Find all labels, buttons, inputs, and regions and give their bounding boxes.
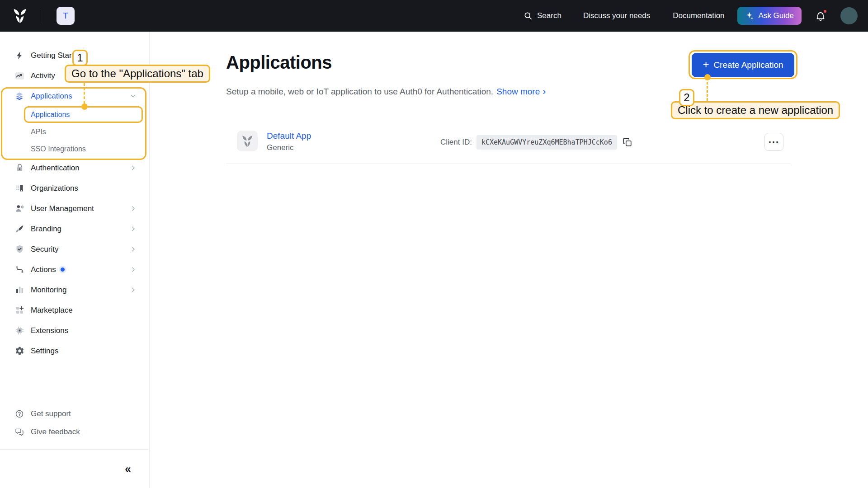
annotation-step2-dot — [704, 74, 711, 80]
sidebar-item-label: Monitoring — [31, 286, 66, 295]
sidebar-item-label: Marketplace — [31, 306, 73, 315]
chevron-right-icon — [130, 246, 137, 253]
tenant-badge[interactable]: T — [57, 7, 75, 25]
topbar: T Search Discuss your needs Documentatio… — [0, 0, 868, 32]
annotation-step1-number: 1 — [72, 50, 88, 66]
annotation-step2-number: 2 — [679, 89, 694, 106]
chevron-right-icon — [130, 225, 137, 232]
sidebar-item-security[interactable]: Security — [0, 239, 149, 259]
chevron-right-icon: › — [542, 87, 546, 97]
annotation-step1-label: Go to the "Applications" tab — [65, 65, 210, 83]
client-id-group: Client ID: kCXeKAuGWVYreuZXq6MEBhaTPHJCc… — [440, 135, 632, 150]
annotation-step1-dot — [81, 103, 88, 110]
sidebar-item-branding[interactable]: Branding — [0, 219, 149, 239]
new-feature-dot — [61, 267, 65, 272]
sidebar-collapse-area: « — [0, 449, 149, 488]
page-description-text: Setup a mobile, web or IoT application t… — [226, 87, 493, 97]
application-row: Default App Generic Client ID: kCXeKAuGW… — [226, 128, 791, 164]
sidebar-item-label: Settings — [31, 347, 58, 356]
topbar-divider — [40, 9, 40, 23]
feedback-icon — [14, 427, 24, 437]
gear-icon — [14, 346, 24, 356]
grid-plus-icon — [14, 305, 24, 315]
sidebar-item-label: User Management — [31, 204, 94, 213]
sidebar-item-label: Authentication — [31, 164, 80, 173]
lightning-icon — [14, 51, 24, 61]
sidebar-item-monitoring[interactable]: Monitoring — [0, 280, 149, 300]
chevron-right-icon — [130, 286, 137, 293]
page-title: Applications — [226, 52, 332, 73]
search-label: Search — [537, 11, 561, 20]
user-avatar[interactable] — [840, 7, 858, 24]
building-icon — [14, 183, 24, 193]
annotation-step2-label: Click to create a new application — [671, 101, 840, 119]
help-circle-icon — [14, 409, 24, 419]
activity-chart-icon — [14, 71, 24, 81]
auth0-dashboard: T Search Discuss your needs Documentatio… — [0, 0, 868, 488]
user-gear-icon — [14, 204, 24, 214]
notifications-button[interactable] — [815, 10, 826, 21]
tenant-initial: T — [63, 11, 68, 21]
sidebar-item-settings[interactable]: Settings — [0, 341, 149, 361]
chevron-right-icon — [130, 266, 137, 273]
sparkle-icon — [745, 11, 755, 21]
sidebar-item-label: Organizations — [31, 184, 78, 193]
give-feedback-link[interactable]: Give feedback — [0, 423, 149, 441]
sidebar-item-user-management[interactable]: User Management — [0, 198, 149, 219]
sidebar-item-organizations[interactable]: Organizations — [0, 178, 149, 198]
application-icon — [237, 131, 258, 151]
annotation-step2-connector — [707, 82, 708, 101]
client-id-value[interactable]: kCXeKAuGWVYreuZXq6MEBhaTPHJCcKo6 — [476, 135, 617, 150]
annotation-highlight-applications-group — [1, 87, 146, 160]
topbar-actions: Search Discuss your needs Documentation … — [524, 7, 868, 25]
search-button[interactable]: Search — [524, 11, 561, 20]
nav-discuss-your-needs[interactable]: Discuss your needs — [583, 11, 650, 20]
lock-icon — [14, 163, 24, 173]
chip-icon — [14, 326, 24, 336]
row-menu-button[interactable]: ··· — [764, 133, 783, 151]
copy-icon[interactable] — [623, 137, 632, 147]
sidebar-item-authentication[interactable]: Authentication — [0, 158, 149, 178]
sidebar-item-marketplace[interactable]: Marketplace — [0, 300, 149, 320]
page-description: Setup a mobile, web or IoT application t… — [226, 87, 546, 97]
search-icon — [524, 11, 533, 20]
sidebar-item-label: Branding — [31, 225, 61, 234]
sidebar-item-extensions[interactable]: Extensions — [0, 320, 149, 341]
ask-guide-label: Ask Guide — [759, 11, 794, 20]
nav-documentation[interactable]: Documentation — [673, 11, 724, 20]
sidebar-item-label: Activity — [31, 71, 55, 80]
bar-chart-icon — [14, 285, 24, 295]
sidebar-item-label: Actions — [31, 265, 56, 274]
show-more-link[interactable]: Show more › — [496, 87, 546, 97]
paintbrush-icon — [14, 224, 24, 234]
sidebar-item-label: Security — [31, 245, 58, 254]
client-id-label: Client ID: — [440, 138, 472, 147]
app-type-label: Generic — [267, 143, 311, 152]
sidebar-footer: Get support Give feedback — [0, 405, 149, 441]
flow-icon — [14, 265, 24, 275]
application-name-group: Default App Generic — [267, 131, 311, 152]
auth0-logo-icon[interactable] — [11, 6, 30, 26]
chevron-right-icon — [130, 205, 137, 212]
annotation-step1-connector — [84, 83, 85, 103]
app-name-link[interactable]: Default App — [267, 131, 311, 141]
sidebar-item-label: Extensions — [31, 326, 68, 335]
sidebar-item-actions[interactable]: Actions — [0, 259, 149, 280]
shield-check-icon — [14, 244, 24, 254]
chevron-right-icon — [130, 164, 137, 171]
notification-dot — [823, 9, 827, 14]
ask-guide-button[interactable]: Ask Guide — [737, 7, 802, 25]
get-support-link[interactable]: Get support — [0, 405, 149, 423]
collapse-sidebar-button[interactable]: « — [120, 461, 136, 477]
